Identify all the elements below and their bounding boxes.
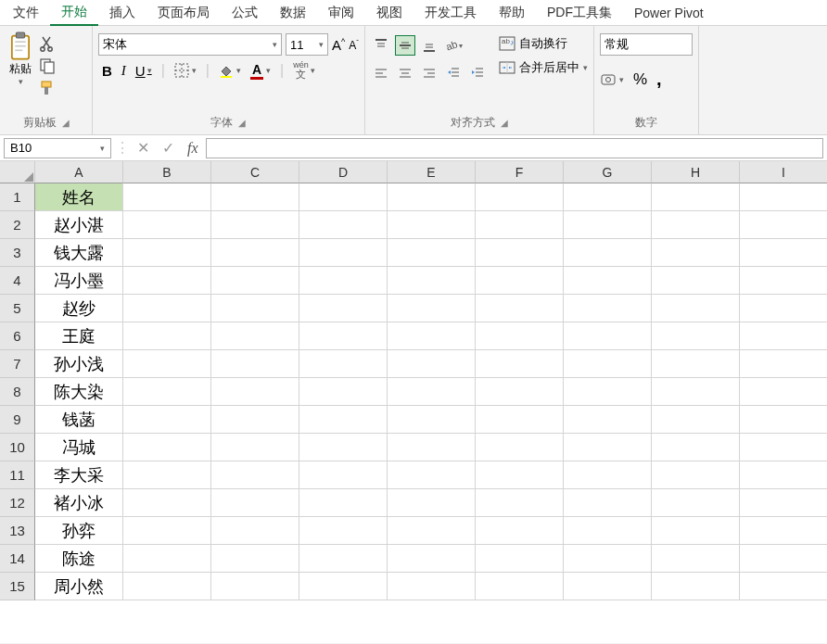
cell[interactable]: [211, 183, 299, 211]
cell[interactable]: [740, 211, 827, 239]
menu-pdf-tools[interactable]: PDF工具集: [536, 1, 623, 25]
cell[interactable]: [211, 267, 299, 295]
cell[interactable]: [476, 183, 564, 211]
cell[interactable]: [388, 434, 476, 461]
cell[interactable]: [211, 239, 299, 267]
cell[interactable]: [652, 350, 740, 378]
wrap-text-button[interactable]: ab 自动换行: [499, 35, 588, 52]
cell[interactable]: [564, 295, 652, 322]
cell[interactable]: 赵小湛: [35, 211, 123, 239]
cell[interactable]: [388, 239, 476, 267]
cell[interactable]: [388, 573, 476, 600]
alignment-launcher-icon[interactable]: ◢: [501, 118, 508, 128]
cell[interactable]: 王庭: [35, 322, 123, 350]
italic-button[interactable]: I: [121, 63, 126, 79]
cell[interactable]: 孙弈: [35, 517, 123, 545]
merge-center-button[interactable]: 合并后居中 ▾: [499, 59, 588, 76]
cell[interactable]: [211, 211, 299, 239]
cell[interactable]: [299, 545, 388, 573]
percent-button[interactable]: %: [633, 70, 647, 89]
cell[interactable]: [564, 378, 652, 406]
cell[interactable]: 赵纱: [35, 295, 123, 322]
menu-home[interactable]: 开始: [50, 0, 98, 26]
cell[interactable]: [388, 267, 476, 295]
row-header[interactable]: 13: [0, 517, 35, 545]
cell[interactable]: [299, 461, 388, 489]
cell[interactable]: 周小然: [35, 573, 123, 600]
column-header[interactable]: B: [123, 161, 211, 183]
cell[interactable]: [123, 434, 211, 461]
column-header[interactable]: D: [299, 161, 388, 183]
cell[interactable]: [476, 239, 564, 267]
cell[interactable]: [564, 239, 652, 267]
row-header[interactable]: 1: [0, 183, 35, 211]
cell[interactable]: [211, 295, 299, 322]
cell[interactable]: [388, 350, 476, 378]
format-painter-icon[interactable]: [39, 80, 56, 96]
cell[interactable]: [740, 434, 827, 461]
cell[interactable]: [652, 573, 740, 600]
cell[interactable]: [299, 517, 388, 545]
cell[interactable]: 钱菡: [35, 406, 123, 434]
cell[interactable]: [299, 350, 388, 378]
cell[interactable]: [740, 489, 827, 517]
cell[interactable]: [652, 378, 740, 406]
name-box[interactable]: B10 ▾: [4, 138, 111, 158]
cell[interactable]: 陈途: [35, 545, 123, 573]
cell[interactable]: [211, 517, 299, 545]
align-bottom-button[interactable]: [419, 35, 439, 56]
menu-view[interactable]: 视图: [365, 1, 414, 25]
menu-developer[interactable]: 开发工具: [414, 1, 488, 25]
cell[interactable]: [299, 406, 388, 434]
cell[interactable]: [652, 517, 740, 545]
cell[interactable]: [123, 350, 211, 378]
cell[interactable]: [299, 322, 388, 350]
row-header[interactable]: 9: [0, 406, 35, 434]
align-center-button[interactable]: [395, 63, 415, 83]
row-header[interactable]: 10: [0, 434, 35, 461]
cell[interactable]: [388, 489, 476, 517]
increase-indent-button[interactable]: [467, 63, 488, 83]
cell[interactable]: [476, 267, 564, 295]
increase-font-icon[interactable]: A^: [332, 37, 345, 53]
row-header[interactable]: 15: [0, 573, 35, 600]
cell[interactable]: [388, 517, 476, 545]
comma-style-button[interactable]: ,: [656, 69, 662, 90]
cell[interactable]: [476, 573, 564, 600]
cell[interactable]: [740, 239, 827, 267]
orientation-button[interactable]: ab▾: [443, 35, 464, 56]
cell[interactable]: [476, 350, 564, 378]
cell[interactable]: [476, 517, 564, 545]
cell[interactable]: [564, 573, 652, 600]
cell[interactable]: [476, 461, 564, 489]
cell[interactable]: [476, 489, 564, 517]
row-header[interactable]: 8: [0, 378, 35, 406]
decrease-indent-button[interactable]: [443, 63, 464, 83]
cell[interactable]: [299, 295, 388, 322]
underline-button[interactable]: U▾: [135, 63, 152, 79]
font-launcher-icon[interactable]: ◢: [238, 118, 246, 128]
cell[interactable]: [652, 183, 740, 211]
cell[interactable]: [564, 434, 652, 461]
cell[interactable]: [299, 434, 388, 461]
column-header[interactable]: A: [35, 161, 123, 183]
cell[interactable]: [123, 461, 211, 489]
cell[interactable]: [652, 239, 740, 267]
cell[interactable]: [299, 573, 388, 600]
row-header[interactable]: 14: [0, 545, 35, 573]
menu-review[interactable]: 审阅: [317, 1, 365, 25]
cell[interactable]: [388, 406, 476, 434]
paste-button[interactable]: 粘贴 ▾: [6, 30, 35, 88]
cell[interactable]: [211, 434, 299, 461]
cell[interactable]: [211, 461, 299, 489]
cell[interactable]: [564, 183, 652, 211]
row-header[interactable]: 5: [0, 295, 35, 322]
column-header[interactable]: F: [476, 161, 564, 183]
column-header[interactable]: E: [388, 161, 476, 183]
column-header[interactable]: C: [211, 161, 299, 183]
cell[interactable]: [299, 489, 388, 517]
cell[interactable]: 褚小冰: [35, 489, 123, 517]
cell[interactable]: [652, 211, 740, 239]
cell[interactable]: 李大采: [35, 461, 123, 489]
cell[interactable]: [740, 378, 827, 406]
